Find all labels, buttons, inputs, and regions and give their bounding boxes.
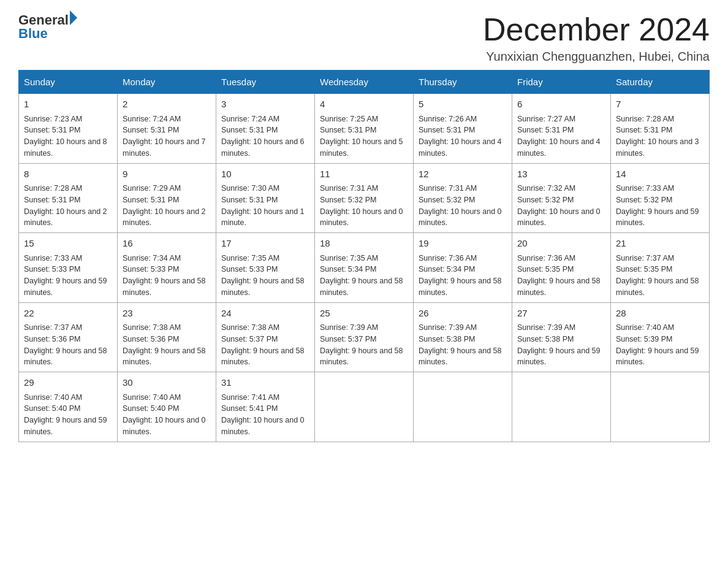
calendar-week-row: 1 Sunrise: 7:23 AM Sunset: 5:31 PM Dayli… [19,94,710,164]
calendar-cell: 28 Sunrise: 7:40 AM Sunset: 5:39 PM Dayl… [611,302,710,372]
calendar-cell [414,372,512,442]
calendar-cell: 23 Sunrise: 7:38 AM Sunset: 5:36 PM Dayl… [118,302,216,372]
daylight-label: Daylight: 9 hours and 58 minutes. [123,277,206,297]
sunrise-label: Sunrise: 7:41 AM [221,393,279,402]
sunrise-label: Sunrise: 7:35 AM [221,254,279,262]
daylight-label: Daylight: 9 hours and 58 minutes. [221,347,305,367]
daylight-label: Daylight: 10 hours and 2 minutes. [24,207,107,228]
daylight-label: Daylight: 9 hours and 58 minutes. [419,347,502,367]
daylight-label: Daylight: 9 hours and 58 minutes. [320,347,403,367]
sunset-label: Sunset: 5:36 PM [123,335,179,343]
sunrise-label: Sunrise: 7:39 AM [419,323,477,332]
sunset-label: Sunset: 5:34 PM [419,265,475,274]
daylight-label: Daylight: 9 hours and 58 minutes. [517,277,601,297]
sunset-label: Sunset: 5:31 PM [24,126,80,134]
sunrise-label: Sunrise: 7:24 AM [221,115,279,123]
sunrise-label: Sunrise: 7:28 AM [24,184,82,193]
page-header: General Blue December 2024 Yunxixian Che… [18,12,710,64]
logo-blue-text: Blue [18,26,48,42]
daylight-label: Daylight: 10 hours and 4 minutes. [419,137,502,158]
calendar-cell: 20 Sunrise: 7:36 AM Sunset: 5:35 PM Dayl… [512,233,611,303]
sunrise-label: Sunrise: 7:36 AM [419,254,477,262]
calendar-cell: 27 Sunrise: 7:39 AM Sunset: 5:38 PM Dayl… [512,302,611,372]
sunset-label: Sunset: 5:31 PM [616,126,672,134]
daylight-label: Daylight: 9 hours and 58 minutes. [24,347,107,367]
daylight-label: Daylight: 10 hours and 3 minutes. [616,137,699,158]
column-header-saturday: Saturday [611,71,710,94]
day-number: 23 [123,307,211,321]
calendar-body: 1 Sunrise: 7:23 AM Sunset: 5:31 PM Dayli… [19,94,710,442]
daylight-label: Daylight: 10 hours and 1 minute. [221,207,305,228]
calendar-cell: 31 Sunrise: 7:41 AM Sunset: 5:41 PM Dayl… [216,372,315,442]
day-number: 31 [221,376,309,390]
title-area: December 2024 Yunxixian Chengguanzhen, H… [483,12,710,64]
day-number: 22 [24,307,112,321]
calendar-cell: 9 Sunrise: 7:29 AM Sunset: 5:31 PM Dayli… [118,163,216,233]
daylight-label: Daylight: 9 hours and 58 minutes. [320,277,403,297]
sunrise-label: Sunrise: 7:36 AM [517,254,575,262]
day-number: 19 [419,237,507,251]
calendar-cell: 21 Sunrise: 7:37 AM Sunset: 5:35 PM Dayl… [611,233,710,303]
sunset-label: Sunset: 5:33 PM [24,265,80,274]
calendar-header-row: SundayMondayTuesdayWednesdayThursdayFrid… [19,71,710,94]
sunset-label: Sunset: 5:40 PM [123,404,179,413]
daylight-label: Daylight: 10 hours and 0 minutes. [123,416,206,436]
calendar-cell [611,372,710,442]
sunrise-label: Sunrise: 7:32 AM [517,184,575,193]
day-number: 13 [517,167,605,182]
day-number: 18 [320,237,408,251]
daylight-label: Daylight: 9 hours and 58 minutes. [419,277,502,297]
daylight-label: Daylight: 10 hours and 5 minutes. [320,137,403,158]
day-number: 1 [24,98,112,112]
sunrise-label: Sunrise: 7:37 AM [24,323,82,332]
day-number: 28 [616,307,704,321]
sunset-label: Sunset: 5:31 PM [221,196,278,204]
sunset-label: Sunset: 5:33 PM [221,265,278,274]
daylight-label: Daylight: 10 hours and 4 minutes. [517,137,601,158]
sunset-label: Sunset: 5:32 PM [517,196,574,204]
calendar-cell: 2 Sunrise: 7:24 AM Sunset: 5:31 PM Dayli… [118,94,216,164]
calendar-cell: 15 Sunrise: 7:33 AM Sunset: 5:33 PM Dayl… [19,233,118,303]
sunset-label: Sunset: 5:31 PM [221,126,278,134]
sunrise-label: Sunrise: 7:31 AM [419,184,477,193]
sunset-label: Sunset: 5:31 PM [320,126,376,134]
day-number: 3 [221,98,309,112]
calendar-cell: 24 Sunrise: 7:38 AM Sunset: 5:37 PM Dayl… [216,302,315,372]
daylight-label: Daylight: 9 hours and 59 minutes. [24,277,107,297]
day-number: 6 [517,98,605,112]
sunrise-label: Sunrise: 7:34 AM [123,254,181,262]
daylight-label: Daylight: 10 hours and 0 minutes. [221,416,305,436]
sunrise-label: Sunrise: 7:37 AM [616,254,674,262]
day-number: 8 [24,167,112,182]
daylight-label: Daylight: 10 hours and 6 minutes. [221,137,305,158]
column-header-sunday: Sunday [19,71,118,94]
day-number: 26 [419,307,507,321]
day-number: 10 [221,167,309,182]
day-number: 21 [616,237,704,251]
sunrise-label: Sunrise: 7:40 AM [24,393,82,402]
calendar-cell: 30 Sunrise: 7:40 AM Sunset: 5:40 PM Dayl… [118,372,216,442]
logo-triangle-icon [70,10,77,25]
sunset-label: Sunset: 5:39 PM [616,335,672,343]
calendar-cell: 26 Sunrise: 7:39 AM Sunset: 5:38 PM Dayl… [414,302,512,372]
sunrise-label: Sunrise: 7:23 AM [24,115,82,123]
calendar-cell: 10 Sunrise: 7:30 AM Sunset: 5:31 PM Dayl… [216,163,315,233]
calendar-cell [315,372,414,442]
calendar-cell: 13 Sunrise: 7:32 AM Sunset: 5:32 PM Dayl… [512,163,611,233]
day-number: 11 [320,167,408,182]
column-header-tuesday: Tuesday [216,71,315,94]
month-title: December 2024 [483,12,710,47]
day-number: 2 [123,98,211,112]
sunset-label: Sunset: 5:31 PM [517,126,574,134]
day-number: 20 [517,237,605,251]
calendar-cell: 17 Sunrise: 7:35 AM Sunset: 5:33 PM Dayl… [216,233,315,303]
sunset-label: Sunset: 5:41 PM [221,404,278,413]
day-number: 4 [320,98,408,112]
calendar-cell: 8 Sunrise: 7:28 AM Sunset: 5:31 PM Dayli… [19,163,118,233]
sunset-label: Sunset: 5:34 PM [320,265,376,274]
sunrise-label: Sunrise: 7:35 AM [320,254,378,262]
sunrise-label: Sunrise: 7:33 AM [24,254,82,262]
sunset-label: Sunset: 5:37 PM [320,335,376,343]
sunrise-label: Sunrise: 7:33 AM [616,184,674,193]
calendar-cell: 3 Sunrise: 7:24 AM Sunset: 5:31 PM Dayli… [216,94,315,164]
